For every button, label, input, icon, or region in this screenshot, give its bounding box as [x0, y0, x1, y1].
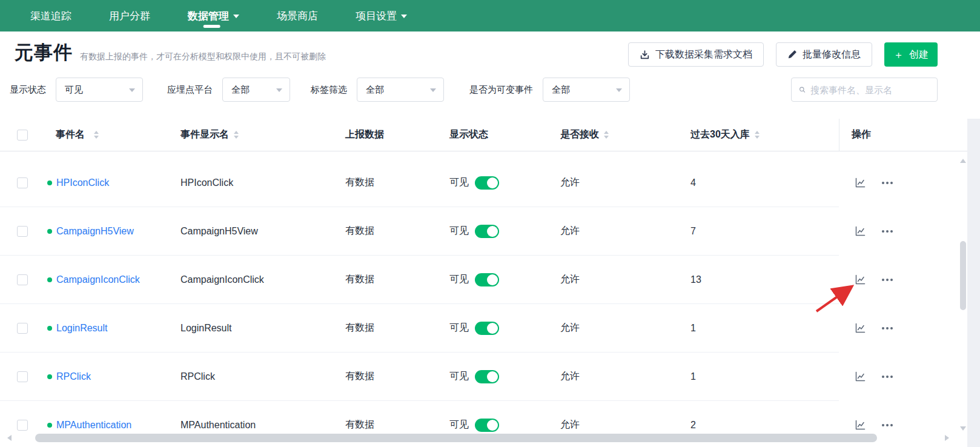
line-chart-icon — [854, 322, 866, 334]
event-status-dot — [47, 229, 52, 234]
tag-filter-label: 标签筛选 — [311, 84, 347, 96]
events-table: 事件名 事件显示名 上报数据 显示状态 是否接收 过去30天入库 操作 — [0, 119, 967, 447]
visibility-toggle[interactable] — [475, 370, 499, 383]
line-chart-icon — [854, 274, 866, 286]
header-last-30d: 过去30天入库 — [674, 119, 839, 151]
line-chart-icon — [854, 177, 866, 189]
display-status-select[interactable]: 可见 — [56, 78, 143, 102]
row-checkbox[interactable] — [17, 226, 28, 237]
batch-edit-label: 批量修改信息 — [803, 48, 861, 61]
more-actions-button[interactable] — [881, 423, 894, 428]
scroll-down-arrow[interactable] — [960, 426, 966, 431]
nav-item-label: 项目设置 — [356, 9, 397, 23]
sort-control[interactable] — [234, 131, 239, 139]
header-display-name: 事件显示名 — [164, 119, 328, 151]
column-label: 事件名 — [56, 128, 85, 141]
filter-bar: 显示状态 可见 应埋点平台 全部 标签筛选 全部 是否为可变事件 全部 — [10, 78, 630, 102]
sort-control[interactable] — [94, 131, 99, 139]
nav-item-channel-tracking[interactable]: 渠道追踪 — [30, 0, 71, 31]
more-actions-button[interactable] — [881, 180, 894, 185]
platform-select[interactable]: 全部 — [222, 78, 290, 102]
visibility-toggle[interactable] — [475, 176, 499, 190]
more-actions-button[interactable] — [881, 326, 894, 331]
nav-item-user-segments[interactable]: 用户分群 — [109, 0, 150, 31]
column-label: 上报数据 — [345, 128, 384, 141]
vertical-scrollbar-thumb[interactable] — [960, 241, 966, 310]
chevron-down-icon — [233, 15, 239, 18]
create-label: 创建 — [909, 48, 929, 61]
line-chart-icon — [854, 225, 866, 237]
line-chart-icon — [854, 371, 866, 383]
event-name-link[interactable]: CampaignH5View — [56, 226, 134, 237]
search-input[interactable] — [810, 85, 931, 95]
table-row: CampaignIconClick CampaignIconClick 有数据 … — [0, 256, 967, 304]
chart-action-button[interactable] — [853, 273, 867, 287]
display-status-value: 可见 — [449, 370, 469, 383]
more-actions-button[interactable] — [881, 277, 894, 282]
more-actions-button[interactable] — [881, 374, 894, 379]
chart-action-button[interactable] — [853, 224, 867, 239]
receive-value: 允许 — [543, 353, 674, 401]
scroll-right-arrow[interactable] — [945, 435, 949, 441]
ellipsis-icon — [882, 279, 893, 281]
search-box — [791, 78, 938, 102]
event-status-dot — [47, 180, 52, 185]
event-name-link[interactable]: HPIconClick — [56, 177, 109, 188]
sort-control[interactable] — [604, 131, 609, 139]
plus-icon — [893, 48, 904, 62]
column-label: 显示状态 — [449, 128, 488, 141]
visibility-toggle[interactable] — [475, 225, 499, 238]
row-checkbox[interactable] — [17, 177, 28, 188]
row-checkbox[interactable] — [17, 274, 28, 285]
sort-control[interactable] — [755, 131, 760, 139]
event-name-link[interactable]: RPClick — [56, 371, 91, 382]
chart-action-button[interactable] — [853, 321, 867, 336]
event-name-link[interactable]: MPAuthentication — [56, 420, 131, 431]
scroll-up-arrow[interactable] — [960, 159, 966, 163]
event-status-dot — [47, 423, 52, 428]
last-30d-value: 1 — [674, 353, 839, 401]
receive-value: 允许 — [543, 304, 674, 353]
page-right-gutter — [967, 119, 980, 447]
last-30d-value: 4 — [674, 159, 839, 207]
header-actions: 操作 — [839, 119, 967, 151]
mutable-event-select[interactable]: 全部 — [543, 78, 630, 102]
chevron-down-icon — [276, 88, 282, 92]
report-data-value: 有数据 — [328, 256, 432, 304]
header-display-status: 显示状态 — [432, 119, 543, 151]
scroll-left-arrow[interactable] — [7, 435, 12, 441]
nav-item-data-management[interactable]: 数据管理 — [188, 0, 239, 31]
visibility-toggle[interactable] — [475, 419, 499, 432]
receive-value: 允许 — [543, 256, 674, 304]
page-subtitle: 有数据上报的事件，才可在分析模型和权限中使用，且不可被删除 — [80, 51, 326, 65]
chart-action-button[interactable] — [853, 369, 867, 384]
page-title: 元事件 — [15, 40, 73, 65]
event-name-link[interactable]: LoginResult — [56, 323, 108, 334]
row-checkbox[interactable] — [17, 420, 28, 431]
select-all-checkbox[interactable] — [17, 130, 28, 141]
horizontal-scrollbar-thumb[interactable] — [35, 434, 877, 442]
create-button[interactable]: 创建 — [884, 42, 938, 67]
column-label: 事件显示名 — [180, 128, 229, 141]
header-receive: 是否接收 — [543, 119, 674, 151]
row-checkbox[interactable] — [17, 323, 28, 334]
tag-filter-select[interactable]: 全部 — [357, 78, 444, 102]
report-data-value: 有数据 — [328, 159, 432, 207]
nav-item-project-settings[interactable]: 项目设置 — [356, 0, 407, 31]
header-report-data: 上报数据 — [328, 119, 432, 151]
display-status-value: 可见 — [65, 84, 83, 96]
last-30d-value: 7 — [674, 207, 839, 256]
nav-item-scene-store[interactable]: 场景商店 — [277, 0, 318, 31]
download-doc-button[interactable]: 下载数据采集需求文档 — [628, 42, 764, 67]
visibility-toggle[interactable] — [475, 322, 499, 335]
visibility-toggle[interactable] — [475, 273, 499, 286]
event-display-name: LoginResult — [164, 304, 328, 353]
row-checkbox[interactable] — [17, 371, 28, 382]
chart-action-button[interactable] — [853, 418, 867, 432]
top-nav: 渠道追踪 用户分群 数据管理 场景商店 项目设置 — [0, 0, 980, 31]
chart-action-button[interactable] — [853, 176, 867, 190]
batch-edit-button[interactable]: 批量修改信息 — [776, 42, 872, 67]
event-name-link[interactable]: CampaignIconClick — [56, 274, 140, 285]
more-actions-button[interactable] — [881, 229, 894, 234]
event-display-name: CampaignIconClick — [164, 256, 328, 304]
